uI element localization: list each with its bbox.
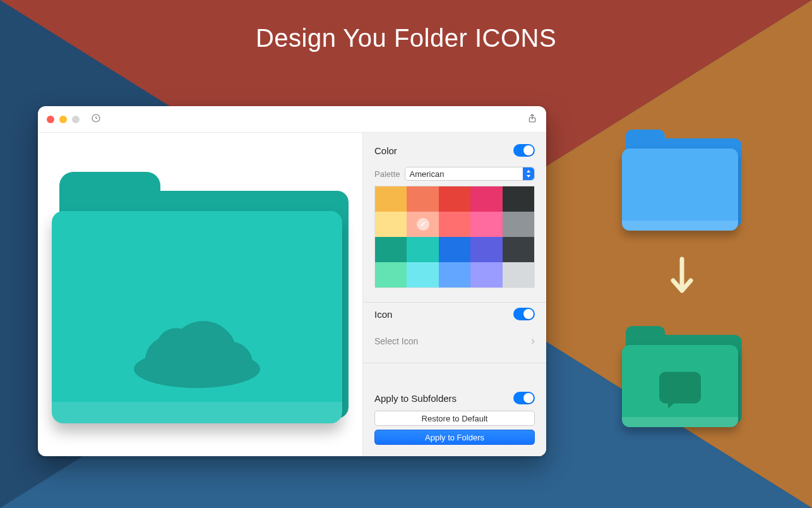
color-section-header: Color (374, 144, 535, 163)
zoom-button[interactable] (72, 116, 80, 123)
apply-subfolders-label: Apply to Subfolders (374, 393, 457, 404)
color-swatch[interactable] (375, 237, 407, 262)
color-swatch[interactable] (375, 186, 407, 212)
color-swatches (374, 186, 535, 288)
color-swatch[interactable] (375, 262, 407, 287)
traffic-lights (47, 116, 80, 123)
color-swatch[interactable] (375, 212, 407, 237)
chevron-right-icon: › (531, 334, 535, 348)
window-body: Color Palette American Icon Select Ic (38, 133, 546, 456)
color-swatch[interactable] (439, 186, 470, 212)
color-swatch[interactable] (503, 212, 534, 237)
palette-selected-value: American (409, 169, 444, 179)
svg-point-5 (205, 341, 253, 384)
icon-title: Icon (374, 309, 392, 320)
close-button[interactable] (47, 116, 54, 123)
color-swatch[interactable] (407, 262, 438, 287)
color-swatch[interactable] (407, 186, 438, 212)
app-window: Color Palette American Icon Select Ic (38, 106, 546, 456)
color-swatch[interactable] (503, 186, 534, 212)
example-folder-after (622, 326, 742, 427)
cloud-icon (134, 306, 260, 388)
icon-toggle[interactable] (513, 308, 535, 320)
color-swatch[interactable] (503, 262, 534, 287)
titlebar (38, 106, 546, 133)
color-swatch[interactable] (407, 212, 438, 237)
settings-sidebar: Color Palette American Icon Select Ic (363, 133, 546, 456)
palette-label: Palette (374, 169, 400, 179)
icon-section-header: Icon (374, 308, 535, 327)
color-swatch[interactable] (470, 262, 502, 287)
color-swatch[interactable] (439, 237, 470, 262)
color-title: Color (374, 145, 397, 156)
share-icon[interactable] (527, 113, 537, 126)
example-folder-before (622, 130, 742, 231)
stepper-arrows-icon (523, 167, 534, 180)
color-swatch[interactable] (439, 212, 470, 237)
minimize-button[interactable] (59, 116, 67, 123)
history-icon[interactable] (91, 113, 101, 126)
color-swatch[interactable] (407, 237, 438, 262)
folder-preview (52, 172, 349, 423)
restore-default-button[interactable]: Restore to Default (374, 411, 535, 426)
preview-pane (38, 133, 363, 456)
color-swatch[interactable] (503, 237, 534, 262)
color-swatch[interactable] (470, 212, 502, 237)
color-toggle[interactable] (513, 144, 535, 157)
palette-select[interactable]: American (405, 167, 535, 181)
arrow-down-icon (668, 255, 696, 298)
apply-section-header: Apply to Subfolders (374, 392, 535, 407)
page-headline: Design You Folder ICONS (0, 24, 812, 52)
color-swatch[interactable] (470, 237, 502, 262)
palette-row: Palette American (374, 167, 535, 181)
apply-subfolders-toggle[interactable] (513, 392, 535, 404)
apply-to-folders-button[interactable]: Apply to Folders (374, 430, 535, 445)
select-icon-label: Select Icon (374, 336, 418, 346)
color-swatch[interactable] (470, 186, 502, 212)
color-swatch[interactable] (439, 262, 470, 287)
select-icon-row[interactable]: Select Icon › (374, 327, 535, 358)
chat-icon (659, 372, 701, 404)
